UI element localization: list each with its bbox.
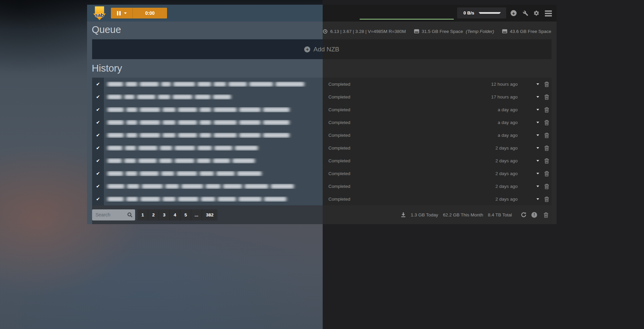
page-ellipsis[interactable]: ... (191, 209, 202, 220)
delete-row-button[interactable] (544, 158, 549, 164)
row-actions-dropdown[interactable] (536, 96, 539, 98)
row-actions-dropdown[interactable] (536, 198, 539, 200)
redacted-text-blob (142, 184, 163, 189)
download-name-redacted[interactable] (104, 120, 323, 125)
download-name-redacted[interactable] (104, 82, 323, 87)
plus-circle-icon: + (511, 10, 517, 16)
purge-history-button[interactable] (544, 212, 549, 218)
redacted-text-blob (213, 107, 237, 112)
wrench-icon (523, 10, 528, 16)
add-nzb-url-input[interactable] (360, 9, 454, 19)
history-row: ✔ Completed 2 days ago (92, 154, 552, 167)
download-name-redacted[interactable] (104, 146, 323, 151)
pause-button[interactable] (111, 8, 132, 18)
redacted-text-blob (244, 184, 269, 189)
page-button-5[interactable]: 5 (180, 209, 191, 220)
download-name-redacted[interactable] (104, 197, 323, 202)
download-name-redacted[interactable] (104, 107, 323, 112)
row-time: 2 days ago (495, 184, 518, 189)
page-button-3[interactable]: 3 (159, 209, 170, 220)
redacted-text-blob (232, 158, 255, 163)
redacted-text-blob (139, 120, 160, 125)
trash-icon (544, 183, 549, 189)
delete-row-button[interactable] (544, 81, 549, 87)
pause-icon (117, 11, 121, 15)
search-icon (127, 212, 133, 218)
pause-timer-button[interactable]: 0:00 (132, 8, 167, 18)
row-time: 2 days ago (495, 158, 518, 163)
row-actions-dropdown[interactable] (536, 109, 539, 111)
redacted-text-blob (162, 133, 176, 138)
completed-check-icon: ✔ (92, 183, 104, 189)
row-actions-dropdown[interactable] (536, 122, 539, 123)
hamburger-icon (545, 10, 552, 16)
redacted-text-blob (213, 94, 231, 99)
row-status: Completed (323, 120, 350, 125)
delete-row-button[interactable] (544, 107, 549, 113)
row-actions-dropdown[interactable] (536, 147, 539, 149)
sab-logo-text: sab (93, 12, 106, 18)
redacted-text-blob (239, 107, 261, 112)
gear-icon (533, 10, 539, 16)
history-footer: 12345...382 1.3 GB Today 62.2 GB This Mo… (92, 205, 552, 224)
speed-limit-dropdown[interactable]: 0 B/s (457, 7, 506, 18)
trash-icon (544, 158, 549, 164)
temp-folder-note: (Temp Folder) (466, 29, 494, 34)
download-name-redacted[interactable] (104, 133, 323, 138)
download-name-redacted[interactable] (104, 184, 323, 189)
row-actions-dropdown[interactable] (536, 186, 539, 187)
status-info-button[interactable]: ! (531, 212, 537, 218)
main-menu-button[interactable] (545, 10, 552, 16)
redacted-text-blob (107, 107, 124, 112)
download-name-redacted[interactable] (104, 158, 323, 163)
row-time: 2 days ago (495, 171, 518, 176)
redacted-text-blob (235, 146, 258, 151)
redacted-text-blob (107, 82, 123, 87)
sabnzbd-page: sab 0:00 0 B/s + (87, 5, 557, 224)
redacted-text-blob (139, 133, 160, 138)
page-button-4[interactable]: 4 (170, 209, 180, 220)
tools-button[interactable] (523, 10, 528, 17)
page-button-1[interactable]: 1 (137, 209, 148, 220)
redacted-text-blob (107, 94, 122, 99)
page-button-2[interactable]: 2 (148, 209, 159, 220)
delete-row-button[interactable] (544, 171, 549, 176)
delete-row-button[interactable] (544, 120, 549, 125)
delete-row-button[interactable] (544, 132, 549, 138)
download-name-redacted[interactable] (104, 171, 323, 176)
row-status: Completed (323, 171, 350, 176)
row-actions-dropdown[interactable] (536, 173, 539, 174)
redacted-text-blob (139, 82, 159, 87)
redacted-text-blob (199, 133, 211, 138)
delete-row-button[interactable] (544, 94, 549, 100)
row-actions-dropdown[interactable] (536, 83, 539, 85)
sabnzbd-logo[interactable]: sab (93, 6, 106, 20)
redacted-text-blob (139, 171, 159, 176)
redacted-text-blob (126, 197, 138, 202)
delete-row-button[interactable] (544, 196, 549, 202)
add-nzb-icon-button[interactable]: + (511, 10, 517, 16)
row-actions-dropdown[interactable] (536, 160, 539, 162)
redacted-text-blob (205, 184, 221, 189)
redacted-text-blob (107, 146, 123, 151)
downloaded-total: 8.4 TB Total (488, 212, 512, 217)
download-name-redacted[interactable] (104, 94, 323, 99)
refresh-button[interactable] (521, 212, 527, 218)
row-actions-dropdown[interactable] (536, 134, 539, 136)
redacted-text-blob (263, 107, 290, 112)
refresh-icon (521, 212, 527, 218)
redacted-text-blob (213, 82, 226, 87)
row-time: a day ago (498, 107, 518, 112)
completed-check-icon: ✔ (92, 94, 104, 99)
redacted-text-blob (107, 184, 125, 189)
history-row: ✔ Completed 2 days ago (92, 141, 552, 154)
redacted-text-blob (223, 184, 242, 189)
temp-free-space: 31.5 GB Free Space (422, 29, 463, 34)
pagination: 12345...382 (137, 209, 217, 220)
settings-button[interactable] (533, 10, 539, 17)
add-nzb-dropzone[interactable]: + Add NZB (92, 39, 552, 59)
trash-icon (544, 196, 549, 202)
delete-row-button[interactable] (544, 183, 549, 189)
delete-row-button[interactable] (544, 145, 549, 151)
page-button-382[interactable]: 382 (202, 209, 217, 220)
